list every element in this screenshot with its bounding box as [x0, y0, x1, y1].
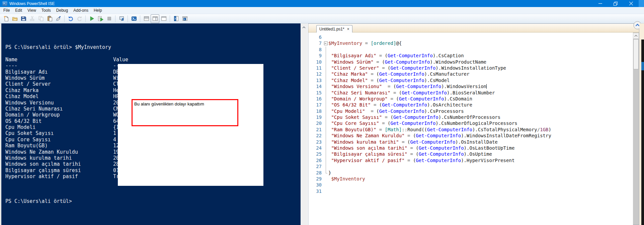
line-number: 24	[308, 145, 323, 151]
code-line[interactable]: 21 "Ram Boyutu(GB)" = [Math]::Round((Get…	[308, 127, 633, 133]
code-line[interactable]: 24 "Windows son açılma tarihi" = (Get-Co…	[308, 145, 633, 151]
line-number: 11	[308, 65, 323, 71]
undo-icon[interactable]	[66, 14, 75, 23]
code-line[interactable]: 30	[308, 182, 633, 188]
tab-untitled1[interactable]: Untitled1.ps1* ×	[316, 25, 352, 33]
code-line[interactable]: 10 "Windows Sürüm" = (Get-ComputerInfo).…	[308, 59, 633, 65]
text-cursor	[486, 84, 487, 89]
code-line[interactable]: 12 "Cihaz Marka" = (Get-ComputerInfo).Cs…	[308, 71, 633, 77]
row-name: Windows Sürüm	[5, 75, 45, 81]
code-line[interactable]: 7$MyInventory = [ordered]@{	[308, 40, 633, 46]
scroll-up-icon[interactable]	[301, 25, 307, 30]
run-script-icon[interactable]	[87, 14, 96, 23]
fold-guide	[323, 182, 328, 188]
code-line[interactable]: 22 "Windows Ne Zaman Kuruldu" = (Get-Com…	[308, 133, 633, 139]
code-line[interactable]: 20 "Cpu Core Sayısı" = (Get-ComputerInfo…	[308, 120, 633, 126]
code-line[interactable]: 16 "Domain / Workgroup" = (Get-ComputerI…	[308, 96, 633, 102]
script-code-area[interactable]: 67$MyInventory = [ordered]@{89 "Bilgisay…	[308, 32, 633, 225]
new-remote-powershell-tab-icon[interactable]	[117, 14, 126, 23]
code-line[interactable]: 18 "Cpu Modeli" = (Get-ComputerInfo).CsP…	[308, 108, 633, 114]
code-line[interactable]: 17 "OS 64/32 Bit" = (Get-ComputerInfo).O…	[308, 102, 633, 108]
fold-guide	[323, 102, 328, 108]
privacy-note-text: Bu alanı güvenlikten dolayı kapattım	[133, 100, 237, 108]
save-script-icon[interactable]	[19, 14, 28, 23]
console-command-line: PS C:\Users\ali örtül> $MyInventory	[5, 44, 301, 50]
code-line[interactable]: 9 "Bilgisayar Adı" = (Get-ComputerInfo).…	[308, 53, 633, 59]
toolbar	[0, 14, 644, 23]
fold-guide	[323, 77, 328, 83]
line-number: 16	[308, 96, 323, 102]
row-name: Bilgisayar çalışma süresi	[5, 167, 81, 173]
code-line[interactable]: 28}	[308, 170, 633, 176]
menu-item-help[interactable]: Help	[91, 7, 105, 13]
new-script-icon[interactable]	[2, 14, 10, 23]
menu-item-addons[interactable]: Add-ons	[71, 7, 91, 13]
code-line[interactable]: 13 "Cihaz Model" = (Get-ComputerInfo).Cs…	[308, 77, 633, 83]
tab-close-icon[interactable]: ×	[347, 27, 349, 31]
fold-guide	[323, 170, 328, 176]
code-line[interactable]: 15 "Cihaz Seri Numarası" = (Get-Computer…	[308, 90, 633, 96]
new-powershell-tab-icon[interactable]	[172, 14, 180, 23]
row-name: Windows Versionu	[5, 100, 54, 106]
code-line[interactable]: 29 $MyInventory	[308, 176, 633, 182]
code-line[interactable]: 26 "Hypervisor aktif / pasif" = (Get-Com…	[308, 157, 633, 163]
clear-console-pane-icon[interactable]	[54, 14, 63, 23]
table-header-row: NameValue	[5, 57, 301, 63]
menu-item-view[interactable]: View	[25, 7, 39, 13]
open-script-icon[interactable]	[10, 14, 19, 23]
redo-icon[interactable]	[75, 14, 84, 23]
console-scrollbar[interactable]	[301, 23, 307, 225]
paste-icon[interactable]	[45, 14, 54, 23]
editor-scrollbar[interactable]	[633, 32, 639, 225]
show-script-pane-top-icon[interactable]	[142, 14, 151, 23]
line-number: 27	[308, 163, 323, 169]
line-number: 23	[308, 139, 323, 145]
show-script-pane-maximized-icon[interactable]	[159, 14, 168, 23]
start-powershell-exe-icon[interactable]	[130, 14, 138, 23]
code-line[interactable]: 11 "Client / Server" = (Get-ComputerInfo…	[308, 65, 633, 71]
close-button[interactable]	[623, 0, 639, 7]
line-number: 13	[308, 77, 323, 83]
window-title: Windows PowerShell ISE	[9, 1, 55, 6]
menu-item-edit[interactable]: Edit	[12, 7, 25, 13]
fold-guide	[323, 65, 328, 71]
code-line[interactable]: 8	[308, 47, 633, 53]
code-fold-toggle-icon[interactable]	[323, 40, 328, 46]
code-line[interactable]: 25 "Bilgisayar çalışma süresi" = (Get-Co…	[308, 151, 633, 157]
run-selection-icon[interactable]	[96, 14, 105, 23]
copy-icon[interactable]	[36, 14, 45, 23]
row-name: Cihaz Model	[5, 93, 38, 99]
menu-item-file[interactable]: File	[1, 7, 12, 13]
code-line[interactable]: 27	[308, 163, 633, 169]
privacy-cover-box: Bu alanı güvenlikten dolayı kapattım	[118, 64, 263, 186]
scroll-up-icon[interactable]	[633, 33, 639, 39]
code-line[interactable]: 6	[308, 34, 633, 40]
minimize-button[interactable]	[592, 0, 608, 7]
fold-guide	[323, 127, 328, 133]
code-line[interactable]: 31	[308, 188, 633, 194]
row-value: 4	[113, 137, 116, 143]
restore-button[interactable]	[608, 0, 623, 7]
code-line[interactable]: 14 "Windows Versionu" = (Get-ComputerInf…	[308, 83, 633, 89]
line-number: 8	[308, 47, 323, 53]
fold-guide	[323, 47, 328, 53]
line-number: 21	[308, 127, 323, 133]
scrollbar-thumb[interactable]	[633, 39, 639, 69]
menu-item-tools[interactable]: Tools	[39, 7, 54, 13]
show-script-pane-right-icon[interactable]	[151, 14, 159, 23]
line-number: 15	[308, 90, 323, 96]
toolbar-separator	[115, 15, 115, 22]
code-line[interactable]: 23 "Windows kurulma tarihi" = (Get-Compu…	[308, 139, 633, 145]
row-name: OS 64/32 Bit	[5, 118, 42, 124]
menu-item-debug[interactable]: Debug	[54, 7, 71, 13]
fold-guide	[323, 90, 328, 96]
line-number: 30	[308, 182, 323, 188]
code-line[interactable]: 19 "Cpu Soket Sayısı" = (Get-ComputerInf…	[308, 114, 633, 120]
console-prompt[interactable]: PS C:\Users\ali örtül>	[5, 198, 301, 204]
powershell-window-icon[interactable]	[180, 14, 189, 23]
stop-operation-icon[interactable]	[105, 14, 113, 23]
row-name: Windows Ne Zaman Kuruldu	[5, 149, 78, 155]
cut-icon[interactable]	[28, 14, 36, 23]
fold-guide	[323, 145, 328, 151]
line-number: 25	[308, 151, 323, 157]
